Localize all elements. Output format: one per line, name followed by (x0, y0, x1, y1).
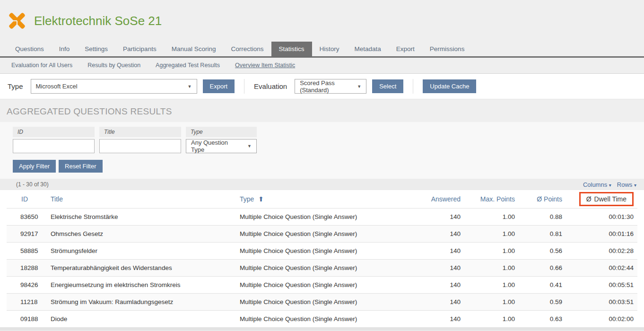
cell-max-points: 1.00 (464, 226, 519, 243)
export-type-value: Microsoft Excel (36, 83, 78, 90)
cell-id: 83650 (7, 209, 47, 226)
cell-title: Ohmsches Gesetz (47, 226, 236, 243)
cell-title: Elektrische Stromstärke (47, 209, 236, 226)
page-bottom-strip (0, 327, 644, 331)
filter-type-label: Type (186, 127, 257, 137)
section-heading: AGGREGATED QUESTIONS RESULTS (0, 99, 644, 122)
filter-title-label: Title (99, 127, 181, 137)
subtab-overview-item-statistic[interactable]: Overview Item Statistic (235, 62, 295, 69)
toolbar-divider (244, 79, 244, 94)
page-title: Elektrotechnik SoSe 21 (34, 14, 162, 28)
main-tabbar: Questions Info Settings Participants Man… (0, 42, 644, 58)
cell-type: Multiple Choice Question (Single Answer) (236, 226, 410, 243)
tab-history[interactable]: History (312, 42, 347, 56)
tab-statistics[interactable]: Statistics (271, 42, 312, 56)
column-header-title[interactable]: Title (47, 190, 236, 209)
table-row: 83650 Elektrische Stromstärke Multiple C… (7, 209, 637, 226)
cell-type: Multiple Choice Question (Single Answer) (236, 209, 410, 226)
cell-dwell-time: 00:02:00 (566, 311, 637, 328)
chevron-down-icon: ▼ (247, 144, 252, 148)
column-header-max-points[interactable]: Max. Points (464, 190, 519, 209)
column-header-answered[interactable]: Answered (410, 190, 464, 209)
filter-title-input[interactable] (99, 139, 181, 153)
cell-avg-points: 0.66 (519, 260, 566, 277)
cell-title: Strömungsfelder (47, 243, 236, 260)
cell-max-points: 1.00 (464, 260, 519, 277)
statistics-subnav: Evaluation for All Users Results by Ques… (0, 58, 644, 74)
type-label: Type (8, 82, 23, 90)
update-cache-button[interactable]: Update Cache (423, 79, 476, 93)
cell-id: 09188 (7, 311, 47, 328)
tab-permissions[interactable]: Permissions (422, 42, 472, 56)
export-type-select[interactable]: Microsoft Excel ▼ (31, 79, 197, 94)
cell-answered: 140 (410, 277, 464, 294)
filter-id-label: ID (13, 127, 95, 137)
chevron-down-icon: ▼ (188, 84, 192, 89)
column-header-type-label: Type (240, 195, 254, 203)
filter-panel: ID Title Type Any Question Type ▼ Apply … (0, 122, 644, 179)
cell-type: Multiple Choice Question (Single Answer) (236, 311, 410, 328)
column-header-type[interactable]: Type ⬆ (236, 190, 410, 209)
cell-id: 98426 (7, 277, 47, 294)
evaluation-label: Evaluation (254, 82, 287, 90)
cell-dwell-time: 00:01:16 (566, 226, 637, 243)
tab-questions[interactable]: Questions (8, 42, 52, 56)
annotation-highlight-box: ØDwell Time (579, 192, 634, 206)
subtab-evaluation-all-users[interactable]: Evaluation for All Users (11, 62, 72, 69)
dwell-time-label: Dwell Time (594, 195, 627, 203)
tab-export[interactable]: Export (389, 42, 422, 56)
page-header: Elektrotechnik SoSe 21 (0, 0, 644, 42)
filter-type-select[interactable]: Any Question Type ▼ (186, 139, 257, 153)
cell-dwell-time: 00:03:51 (566, 294, 637, 311)
cell-answered: 140 (410, 209, 464, 226)
cell-id: 11218 (7, 294, 47, 311)
columns-menu[interactable]: Columns ▾ (583, 181, 611, 188)
table-row: 11218 Strömung im Vakuum: Raumladungsges… (7, 294, 637, 311)
apply-filter-button[interactable]: Apply Filter (13, 160, 56, 173)
table-header-row: ID Title Type ⬆ Answered Max. Points Ø P… (7, 190, 637, 209)
cell-max-points: 1.00 (464, 311, 519, 328)
cell-dwell-time: 00:05:51 (566, 277, 637, 294)
tab-info[interactable]: Info (52, 42, 78, 56)
cell-avg-points: 0.56 (519, 243, 566, 260)
sort-ascending-icon: ⬆ (258, 195, 264, 203)
cell-avg-points: 0.88 (519, 209, 566, 226)
evaluation-select[interactable]: Scored Pass (Standard) ▼ (295, 79, 366, 94)
select-button[interactable]: Select (372, 79, 403, 93)
export-button[interactable]: Export (203, 79, 235, 93)
tab-manual-scoring[interactable]: Manual Scoring (164, 42, 224, 56)
cell-avg-points: 0.63 (519, 311, 566, 328)
result-range-text: (1 - 30 of 30) (16, 181, 49, 188)
filter-type-value: Any Question Type (191, 139, 243, 153)
cell-max-points: 1.00 (464, 243, 519, 260)
filter-id-input[interactable] (13, 139, 95, 153)
column-header-avg-points[interactable]: Ø Points (519, 190, 566, 209)
subtab-aggregated-test-results[interactable]: Aggregated Test Results (156, 62, 220, 69)
cell-avg-points: 0.59 (519, 294, 566, 311)
aggregated-results-table: ID Title Type ⬆ Answered Max. Points Ø P… (0, 190, 644, 327)
cell-answered: 140 (410, 294, 464, 311)
chevron-down-icon: ▼ (357, 84, 361, 89)
subtab-results-by-question[interactable]: Results by Question (87, 62, 140, 69)
table-row: 58885 Strömungsfelder Multiple Choice Qu… (7, 243, 637, 260)
cell-title: Energieumsetzung im elektrischen Stromkr… (47, 277, 236, 294)
cell-answered: 140 (410, 260, 464, 277)
cell-type: Multiple Choice Question (Single Answer) (236, 277, 410, 294)
tab-participants[interactable]: Participants (115, 42, 164, 56)
rows-menu[interactable]: Rows ▾ (617, 181, 636, 188)
cell-answered: 140 (410, 243, 464, 260)
column-header-id[interactable]: ID (7, 190, 47, 209)
cell-avg-points: 0.41 (519, 277, 566, 294)
columns-menu-label: Columns (583, 181, 607, 188)
cell-type: Multiple Choice Question (Single Answer) (236, 260, 410, 277)
avg-sign: Ø (586, 195, 592, 203)
cell-id: 58885 (7, 243, 47, 260)
tab-settings[interactable]: Settings (77, 42, 115, 56)
tab-metadata[interactable]: Metadata (347, 42, 389, 56)
tab-corrections[interactable]: Corrections (223, 42, 271, 56)
cell-max-points: 1.00 (464, 277, 519, 294)
reset-filter-button[interactable]: Reset Filter (59, 160, 102, 173)
cell-dwell-time: 00:02:28 (566, 243, 637, 260)
evaluation-value: Scored Pass (Standard) (300, 79, 352, 94)
column-header-dwell-time: ØDwell Time (566, 190, 637, 209)
